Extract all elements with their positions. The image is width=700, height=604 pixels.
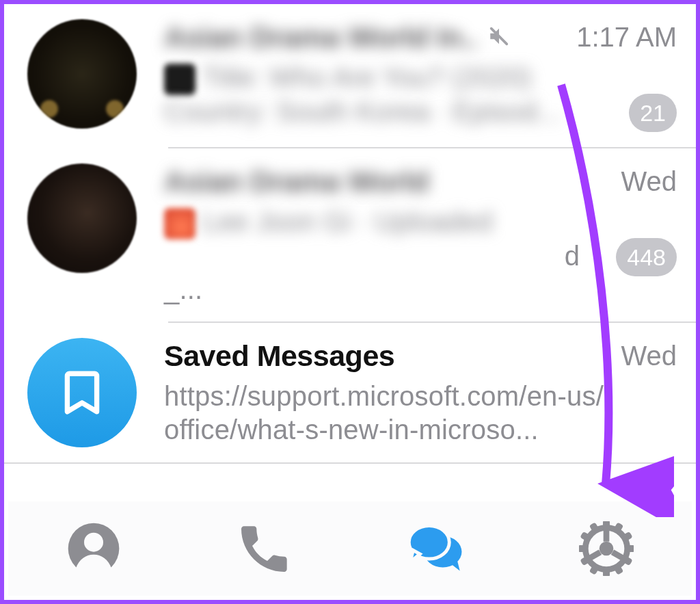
muted-icon (487, 25, 511, 51)
chat-list: Asian Drama World In.. Title: Who Are Yo… (4, 4, 696, 464)
tab-contacts[interactable] (63, 518, 124, 579)
svg-point-2 (84, 533, 103, 552)
chat-meta: Wed (621, 338, 677, 371)
chat-body: Saved Messages https://support.microsoft… (164, 338, 612, 447)
unread-badge: 448 (616, 238, 677, 276)
chat-row[interactable]: Asian Drama World In.. Title: Who Are Yo… (4, 4, 696, 147)
avatar (27, 163, 137, 273)
chat-preview: Lee Joon Gi · Uploaded xxxxxxxxxxxxxxxxx… (164, 205, 608, 306)
svg-rect-16 (579, 545, 587, 552)
chat-preview: Title: Who Are You? (2020) Country: Sout… (164, 61, 568, 129)
avatar (27, 19, 137, 129)
chat-time: Wed (621, 341, 677, 371)
svg-rect-7 (603, 521, 610, 529)
chat-meta: Wed 448 (616, 163, 677, 276)
tab-chats[interactable] (405, 518, 466, 579)
svg-rect-13 (603, 568, 610, 576)
chat-meta: 1:17 AM 21 (576, 19, 677, 132)
chat-time: 1:17 AM (576, 22, 677, 53)
chat-title: Asian Drama World (164, 165, 429, 198)
preview-thumb (164, 208, 196, 239)
unread-badge: 21 (629, 94, 677, 132)
preview-thumb (164, 64, 196, 95)
tab-settings[interactable] (576, 518, 637, 579)
chats-icon (408, 521, 463, 576)
chat-title: Saved Messages (164, 339, 394, 373)
svg-rect-10 (625, 545, 634, 552)
bookmark-icon (57, 367, 107, 418)
chat-body: Asian Drama World Lee Joon Gi · Uploaded… (164, 163, 608, 306)
svg-point-6 (600, 542, 614, 556)
saved-messages-avatar (27, 338, 137, 447)
phone-icon (237, 521, 292, 576)
chat-row-saved-messages[interactable]: Saved Messages https://support.microsoft… (4, 323, 696, 462)
chat-title: Asian Drama World In.. (164, 21, 478, 54)
tab-bar (8, 501, 692, 596)
divider (4, 462, 696, 464)
person-icon (66, 521, 121, 576)
chat-preview: https://support.microsoft.com/en-us/offi… (164, 380, 612, 447)
tab-calls[interactable] (234, 518, 295, 579)
chat-body: Asian Drama World In.. Title: Who Are Yo… (164, 19, 568, 129)
gear-icon (579, 521, 634, 576)
chat-time: Wed (621, 166, 677, 197)
chat-row[interactable]: Asian Drama World Lee Joon Gi · Uploaded… (4, 148, 696, 321)
